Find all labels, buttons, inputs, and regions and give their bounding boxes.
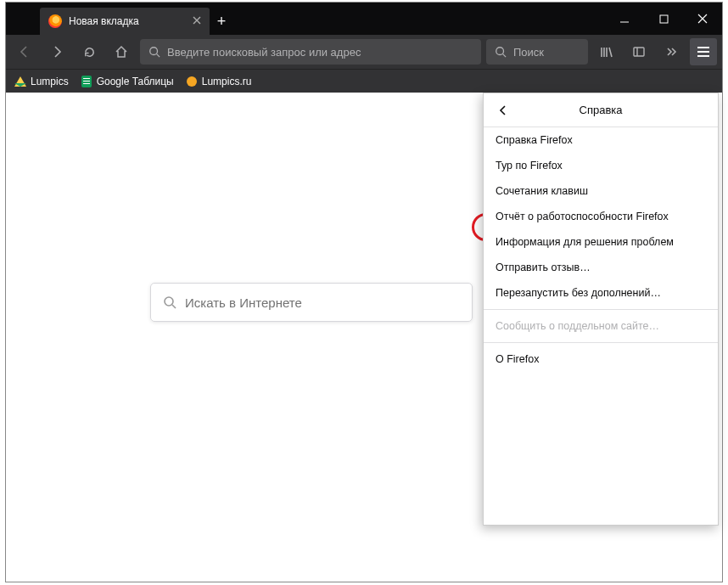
sheets-icon xyxy=(81,76,92,87)
search-icon xyxy=(163,295,176,309)
app-menu-button[interactable] xyxy=(690,38,717,65)
panel-separator xyxy=(484,342,718,343)
panel-title: Справка xyxy=(580,104,623,116)
reload-button[interactable] xyxy=(76,38,103,65)
tab-title: Новая вкладка xyxy=(69,15,139,27)
firefox-icon xyxy=(48,14,62,28)
bookmark-label: Google Таблицы xyxy=(97,76,174,87)
svg-point-1 xyxy=(150,48,158,55)
newtab-search-placeholder: Искать в Интернете xyxy=(185,295,302,310)
help-item-troubleshooting[interactable]: Информация для решения проблем xyxy=(484,229,718,255)
newtab-search[interactable]: Искать в Интернете xyxy=(150,283,473,322)
bookmarks-toolbar: Lumpics Google Таблицы Lumpics.ru xyxy=(6,69,722,93)
help-item-restart-no-addons[interactable]: Перезапустить без дополнений… xyxy=(484,280,718,306)
library-button[interactable] xyxy=(593,38,620,65)
searchbar-placeholder: Поиск xyxy=(513,46,544,59)
overflow-button[interactable] xyxy=(658,38,685,65)
urlbar-placeholder: Введите поисковый запрос или адрес xyxy=(167,46,361,59)
site-icon xyxy=(186,76,198,87)
url-bar[interactable]: Введите поисковый запрос или адрес xyxy=(140,39,481,65)
maximize-button[interactable] xyxy=(644,3,683,35)
help-item-health-report[interactable]: Отчёт о работоспособности Firefox xyxy=(484,204,718,229)
svg-rect-3 xyxy=(634,48,644,56)
minimize-button[interactable] xyxy=(605,3,644,35)
bookmark-google-sheets[interactable]: Google Таблицы xyxy=(81,76,174,87)
help-item-report-site: Сообщить о поддельном сайте… xyxy=(484,313,718,339)
search-bar[interactable]: Поиск xyxy=(486,39,588,65)
close-window-button[interactable] xyxy=(683,3,722,35)
bookmark-lumpics-ru[interactable]: Lumpics.ru xyxy=(186,76,252,87)
close-tab-icon[interactable] xyxy=(193,15,201,27)
help-item-firefox-help[interactable]: Справка Firefox xyxy=(484,127,718,153)
window-controls xyxy=(605,3,722,35)
home-button[interactable] xyxy=(108,38,135,65)
bookmark-label: Lumpics.ru xyxy=(202,76,252,87)
search-icon xyxy=(495,46,507,58)
help-item-feedback[interactable]: Отправить отзыв… xyxy=(484,255,718,280)
svg-rect-0 xyxy=(660,15,668,23)
drive-icon xyxy=(14,76,26,87)
svg-point-4 xyxy=(165,297,173,306)
panel-back-button[interactable] xyxy=(490,93,516,127)
help-item-shortcuts[interactable]: Сочетания клавиш xyxy=(484,178,718,204)
browser-tab[interactable]: Новая вкладка xyxy=(40,8,210,35)
search-icon xyxy=(148,46,160,58)
page-content: Искать в Интернете Справка Справка Firef… xyxy=(6,93,722,582)
sidebar-button[interactable] xyxy=(625,38,652,65)
nav-toolbar: Введите поисковый запрос или адрес Поиск xyxy=(6,35,722,69)
panel-header: Справка xyxy=(484,93,718,127)
help-item-about[interactable]: О Firefox xyxy=(484,346,718,372)
back-button[interactable] xyxy=(11,38,38,65)
bookmark-lumpics[interactable]: Lumpics xyxy=(14,76,69,87)
bookmark-label: Lumpics xyxy=(31,76,69,87)
new-tab-button[interactable]: + xyxy=(210,8,233,35)
panel-separator xyxy=(484,309,718,310)
titlebar: Новая вкладка + xyxy=(6,3,722,35)
help-item-tour[interactable]: Тур по Firefox xyxy=(484,153,718,178)
help-panel: Справка Справка Firefox Тур по Firefox С… xyxy=(483,93,719,526)
svg-point-2 xyxy=(496,48,504,55)
forward-button[interactable] xyxy=(43,38,70,65)
